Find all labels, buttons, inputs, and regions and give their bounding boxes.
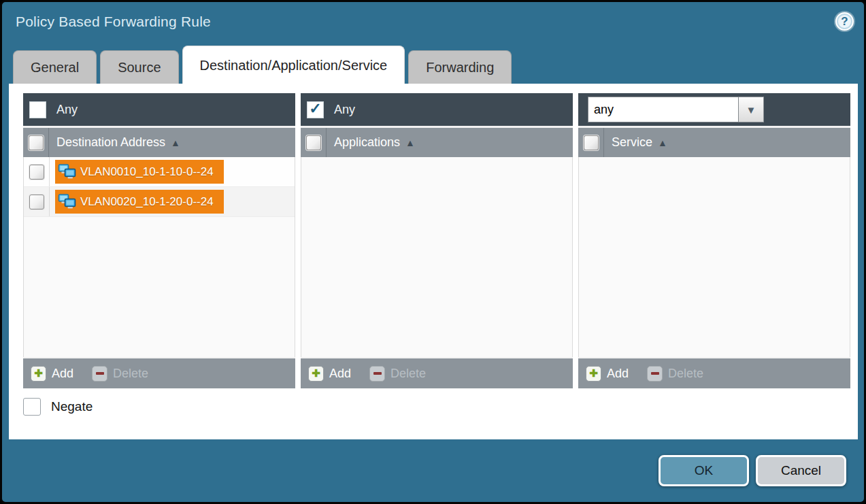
applications-toolbar: ✚ Add Delete [301,357,573,388]
network-address-icon [58,193,76,210]
tab-general[interactable]: General [13,50,97,84]
delete-button-label: Delete [113,367,148,381]
service-add-button[interactable]: ✚ Add [586,366,629,382]
applications-header-row: Applications ▲ [301,126,573,157]
service-dropdown-button[interactable]: ▼ [739,97,764,122]
tab-content-panel: ✓ Any Destination Address ▲ [9,84,858,439]
service-header-row: Service ▲ [578,126,850,157]
row-checkbox[interactable] [29,165,44,180]
destination-delete-button[interactable]: Delete [92,366,148,382]
sort-asc-icon: ▲ [658,137,667,148]
policy-based-forwarding-dialog: Policy Based Forwarding Rule ? General S… [0,0,866,504]
applications-any-bar: ✓ Any [301,93,573,126]
negate-option: Negate [23,398,93,416]
service-select-all-checkbox[interactable] [584,135,599,150]
applications-list [301,157,573,357]
service-delete-button[interactable]: Delete [647,366,703,382]
applications-delete-button[interactable]: Delete [369,366,426,382]
cancel-button[interactable]: Cancel [756,455,846,486]
applications-select-all-checkbox[interactable] [306,135,321,150]
service-column-header[interactable]: Service [612,135,652,150]
chevron-down-icon: ▼ [746,104,756,116]
destination-column-header[interactable]: Destination Address [56,135,165,150]
minus-icon [92,366,107,382]
negate-checkbox[interactable] [23,398,41,416]
checkmark-icon: ✓ [309,100,321,118]
negate-label: Negate [51,399,93,414]
applications-header-gutter [301,128,327,157]
plus-icon: ✚ [31,366,46,382]
row-gutter [24,187,50,216]
address-chip-label: VLAN0020_10-1-20-0--24 [80,195,214,209]
help-icon[interactable]: ? [835,12,854,31]
destination-any-checkbox[interactable]: ✓ [29,101,46,118]
service-header-gutter [578,128,604,157]
delete-button-label: Delete [668,367,703,381]
row-checkbox[interactable] [29,195,44,209]
plus-icon: ✚ [308,366,324,382]
question-mark-glyph: ? [841,15,848,29]
tab-source[interactable]: Source [100,50,178,84]
destination-address-list: VLAN0010_10-1-10-0--24 [23,157,295,357]
column-service: any ▼ Service ▲ ✚ [578,93,850,388]
plus-icon: ✚ [586,366,601,382]
add-button-label: Add [329,367,351,381]
ok-button[interactable]: OK [659,455,749,486]
sort-asc-icon: ▲ [405,137,415,148]
tab-destination-application-service[interactable]: Destination/Application/Service [182,46,405,84]
minus-icon [647,366,663,382]
add-button-label: Add [52,367,73,381]
list-item-vlan0020[interactable]: VLAN0020_10-1-20-0--24 [24,187,295,217]
network-address-icon [58,163,76,180]
destination-add-button[interactable]: ✚ Add [31,366,73,382]
destination-header-row: Destination Address ▲ [23,126,295,157]
destination-any-label: Any [56,103,78,117]
service-toolbar: ✚ Add Delete [578,357,850,388]
applications-any-checkbox[interactable]: ✓ [307,101,324,118]
delete-button-label: Delete [390,367,426,381]
applications-add-button[interactable]: ✚ Add [308,366,351,382]
service-dropdown-value[interactable]: any [588,97,739,122]
destination-any-bar: ✓ Any [23,93,295,126]
sort-asc-icon: ▲ [171,137,180,148]
applications-any-label: Any [334,103,355,117]
column-applications: ✓ Any Applications ▲ ✚ Add [301,93,573,388]
destination-header-gutter [23,128,49,157]
address-chip-label: VLAN0010_10-1-10-0--24 [80,165,214,179]
column-destination-address: ✓ Any Destination Address ▲ [23,93,295,388]
dialog-title: Policy Based Forwarding Rule [16,14,211,30]
applications-column-header[interactable]: Applications [334,135,400,150]
destination-select-all-checkbox[interactable] [29,135,44,150]
row-gutter [24,157,50,186]
columns-container: ✓ Any Destination Address ▲ [23,93,850,388]
address-chip[interactable]: VLAN0010_10-1-10-0--24 [55,160,224,184]
list-item-vlan0010[interactable]: VLAN0010_10-1-10-0--24 [24,157,295,187]
tab-bar: General Source Destination/Application/S… [13,47,515,84]
service-list [578,157,850,357]
tab-forwarding[interactable]: Forwarding [408,50,512,84]
add-button-label: Add [607,367,629,381]
address-chip[interactable]: VLAN0020_10-1-20-0--24 [55,190,224,214]
destination-toolbar: ✚ Add Delete [23,357,295,388]
service-any-bar: any ▼ [578,93,850,126]
service-dropdown: any ▼ [588,97,764,122]
minus-icon [369,366,385,382]
